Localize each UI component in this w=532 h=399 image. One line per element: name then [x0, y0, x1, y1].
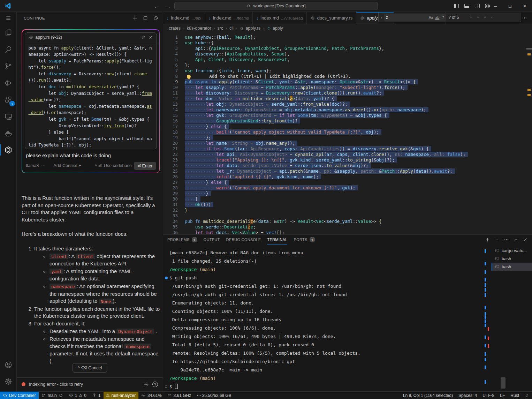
code-line: 31····Ok(()) — [163, 202, 532, 208]
activity-item-remote-explorer[interactable] — [0, 108, 17, 125]
toggle-primary-sidebar-icon[interactable] — [454, 4, 459, 8]
terminal-list-item[interactable]: bash — [492, 263, 532, 271]
toggle-panel-icon[interactable] — [464, 4, 469, 8]
editor-group: ↓index.md.../api↓index.md.../teams↓index… — [163, 12, 532, 32]
activity-item-extensions[interactable]: 1 — [0, 91, 17, 108]
gear-icon[interactable] — [143, 382, 149, 387]
lightbulb-icon[interactable] — [187, 75, 191, 78]
panel-tab-problems[interactable]: PROBLEMS1 — [167, 235, 197, 244]
chevron-down-icon — [41, 164, 44, 167]
breadcrumb-item[interactable]: cli — [229, 26, 234, 31]
cancel-button[interactable]: ^ ⌫ Cancel — [73, 363, 107, 372]
inline-chat-hint[interactable]: Add to chat (Ctrl+L) | Edit highlighted … — [193, 74, 351, 79]
close-button[interactable]: ✕ — [517, 3, 532, 9]
find-in-selection-icon[interactable] — [482, 15, 487, 20]
statusbar-item-rust-analyzer[interactable]: ⚠rust-analyzer — [104, 392, 138, 399]
rust-file-icon — [29, 35, 33, 40]
statusbar-item-language[interactable]: Rust — [508, 392, 522, 399]
panel-tab-ports[interactable]: PORTS1 — [294, 235, 315, 244]
activity-item-explorer[interactable] — [0, 24, 17, 41]
more-actions-icon[interactable] — [522, 15, 527, 21]
terminal-mark — [485, 316, 486, 319]
markdown-icon: ↓ — [256, 15, 259, 21]
activity-item-continue[interactable] — [0, 142, 17, 158]
paperclip-icon[interactable] — [141, 35, 146, 40]
regex-icon[interactable]: .* — [440, 15, 445, 20]
model-selector[interactable]: llama3 — [26, 163, 39, 168]
editor-tab[interactable]: ↓index.md.../teams — [205, 12, 252, 24]
panel-tab-debug-console[interactable]: DEBUG CONSOLE — [226, 235, 261, 244]
forward-button[interactable]: → — [166, 3, 171, 9]
history-icon[interactable] — [153, 15, 159, 21]
whole-word-icon[interactable]: ab — [434, 15, 441, 20]
add-context-button[interactable]: Add Context + — [53, 163, 81, 168]
statusbar-item-freq[interactable]: 3.61 GHz — [165, 392, 194, 399]
match-case-icon[interactable]: Aa — [428, 15, 434, 20]
command-center-search[interactable]: workspace [Dev Container] — [174, 2, 378, 10]
close-panel-icon[interactable] — [523, 237, 528, 242]
statusbar-item-ports[interactable]: 1 — [89, 392, 104, 399]
menu-icon[interactable] — [0, 12, 16, 24]
new-terminal-icon[interactable] — [485, 237, 490, 242]
line-number: 35 — [163, 224, 178, 230]
statusbar-item-remote[interactable]: Dev Container — [0, 392, 39, 399]
back-button[interactable]: ← — [154, 3, 159, 9]
terminal-cursor — [175, 384, 178, 389]
maximize-button[interactable]: □ — [503, 3, 517, 9]
statusbar-item-branch[interactable]: main — [39, 392, 66, 399]
toggle-secondary-sidebar-icon[interactable] — [475, 4, 480, 8]
statusbar-item-cpu[interactable]: 34.61% — [138, 392, 165, 399]
scrollbar-thumb[interactable] — [501, 377, 506, 389]
terminal-list-item[interactable]: bash — [492, 255, 532, 263]
sync-icon — [59, 393, 63, 398]
close-find-icon[interactable] — [489, 15, 494, 20]
minimize-button[interactable]: ─ — [488, 3, 503, 9]
previous-match-icon[interactable] — [469, 15, 473, 20]
editor-tab[interactable]: docs_summary.rs — [307, 12, 357, 24]
activity-item-docker[interactable] — [0, 125, 17, 142]
enter-button[interactable]: ⏎ Enter — [134, 162, 156, 170]
next-match-icon[interactable] — [476, 15, 480, 20]
breadcrumb-item[interactable]: apply.rs — [240, 26, 260, 31]
line-number: 25 — [163, 168, 178, 174]
statusbar-item-problems[interactable]: 1⚠0 — [66, 392, 89, 399]
breadcrumb-item[interactable]: src — [218, 26, 223, 31]
statusbar-item-encoding[interactable]: UTF-8 — [480, 392, 497, 399]
terminal-list-item[interactable]: cargo-watc... — [492, 247, 532, 255]
indexing-status[interactable]: Indexing error - click to retry — [29, 382, 83, 387]
list-item: client: A Client object that represents … — [49, 253, 160, 268]
activity-item-source-control[interactable] — [0, 58, 17, 75]
panel-tab-output[interactable]: OUTPUT — [204, 235, 220, 244]
statusbar-item-cursor-position[interactable]: Ln 9, Col 1 (1164 selected) — [400, 392, 456, 399]
fullscreen-icon[interactable] — [143, 15, 148, 21]
activity-item-account[interactable] — [0, 356, 17, 373]
find-widget: › Aa ab .* ? of 5 — [378, 13, 521, 22]
statusbar-item-notifications[interactable] — [522, 392, 532, 399]
code-editor[interactable]: 1use anyhow::{bail, Result};2use kube::{… — [163, 32, 532, 234]
breadcrumb-item[interactable]: crates — [169, 26, 181, 31]
maximize-panel-icon[interactable] — [513, 237, 518, 242]
use-codebase-label[interactable]: Use codebase — [104, 163, 132, 168]
overview-ruler[interactable] — [526, 32, 532, 234]
find-input[interactable] — [386, 15, 427, 20]
activity-item-search[interactable] — [0, 41, 17, 58]
activity-item-settings[interactable] — [0, 373, 17, 390]
terminal-dropdown-icon[interactable] — [494, 237, 500, 242]
new-session-icon[interactable] — [132, 15, 138, 21]
panel-more-icon[interactable] — [504, 237, 509, 242]
activity-item-run-debug[interactable] — [0, 75, 17, 91]
editor-tab[interactable]: ↓index.md.../api — [163, 12, 205, 24]
statusbar-item-indentation[interactable]: Spaces: 4 — [456, 392, 480, 399]
warning-icon: ⚠ — [79, 393, 82, 398]
statusbar-item-memory[interactable]: ⋯ 35.50/62.68 GB — [194, 392, 234, 399]
close-icon[interactable] — [148, 35, 153, 40]
breadcrumb-item[interactable]: apply — [267, 26, 283, 31]
breadcrumb-item[interactable]: k8s-operator — [187, 26, 211, 31]
panel-tab-terminal[interactable]: TERMINAL — [267, 235, 287, 244]
code-line: 35 use serde::Deserialize; — [163, 224, 532, 230]
terminal-output[interactable]: [main e638a7c] Remove old RAG doc items … — [163, 244, 482, 391]
editor-tab[interactable]: ↓index.md.../visual-rag — [253, 12, 307, 24]
statusbar-item-eol[interactable]: LF — [497, 392, 508, 399]
help-icon[interactable]: ? — [152, 382, 158, 387]
toggle-replace-icon[interactable]: › — [381, 15, 382, 20]
